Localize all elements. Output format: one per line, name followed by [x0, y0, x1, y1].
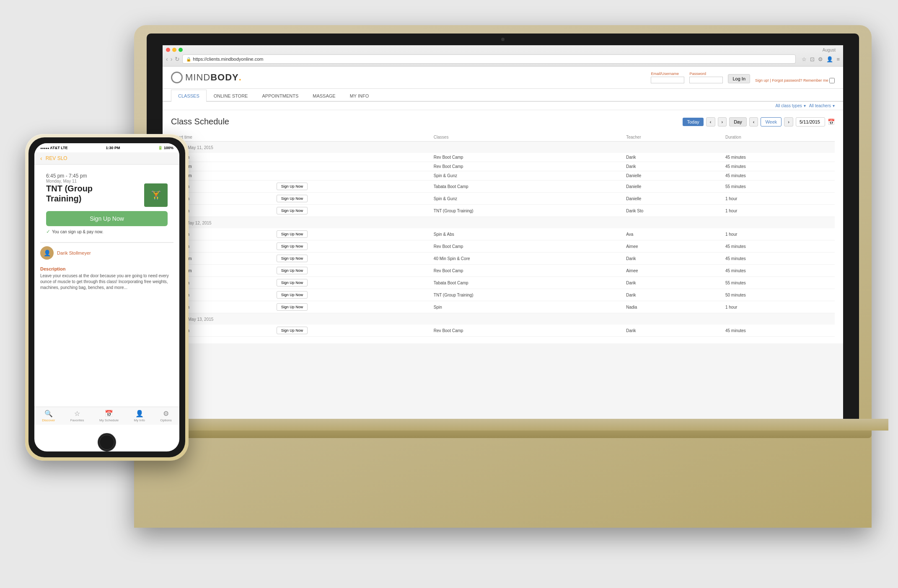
signup-cell: Sign Up Now: [273, 253, 430, 265]
browser-reload-button[interactable]: ↻: [175, 56, 180, 62]
remember-me-checkbox[interactable]: [829, 78, 835, 83]
week-prev-button[interactable]: ‹: [749, 117, 758, 126]
fullscreen-window-button[interactable]: [179, 48, 183, 52]
carrier-label: ●●●●● AT&T LTE: [40, 146, 67, 150]
signup-button[interactable]: Sign Up Now: [277, 303, 308, 311]
signup-cell: Sign Up Now: [273, 193, 430, 205]
logo-body: BODY: [210, 72, 239, 83]
account-icon[interactable]: 👤: [826, 56, 833, 62]
password-input[interactable]: [689, 77, 723, 83]
day-header-row: Mon May 11, 2015: [171, 142, 835, 153]
teacher-cell: Darik Sto: [623, 205, 722, 217]
week-button[interactable]: Week: [761, 117, 782, 126]
remember-me-label: Remember me: [803, 78, 828, 83]
signup-button[interactable]: Sign Up Now: [277, 291, 308, 299]
duration-cell: 45 minutes: [722, 253, 835, 265]
options-icon: ⚙: [163, 410, 169, 418]
signup-button[interactable]: Sign Up Now: [277, 242, 308, 250]
signup-button[interactable]: Sign Up Now: [277, 267, 308, 274]
nav-massage[interactable]: MASSAGE: [305, 90, 342, 102]
week-next-button[interactable]: ›: [784, 117, 793, 126]
duration-cell: 50 minutes: [722, 289, 835, 301]
table-row: 12:15 pm Rev Boot Camp Darik 45 minutes: [171, 162, 835, 171]
teacher-cell: Darik: [623, 153, 722, 162]
auth-area: Email/Username Password Log In: [651, 72, 835, 83]
signup-cell: [273, 171, 430, 181]
phone-class-day: Monday, May 11: [46, 179, 168, 183]
mindbody-logo: MINDBODY.: [171, 72, 242, 83]
tab-my-schedule[interactable]: 📅 My Schedule: [99, 410, 119, 422]
teacher-cell: Aimee: [623, 265, 722, 277]
tab-discover[interactable]: 🔍 Discover: [42, 410, 55, 422]
phone-signup-button[interactable]: Sign Up Now: [46, 211, 168, 226]
browser-forward-button[interactable]: ›: [171, 56, 173, 62]
close-window-button[interactable]: [166, 48, 170, 52]
teacher-cell: Danielle: [623, 171, 722, 181]
today-button[interactable]: Today: [683, 118, 703, 126]
date-input[interactable]: [796, 117, 825, 126]
nav-my-info[interactable]: MY INFO: [343, 90, 376, 102]
battery-label: 🔋 100%: [158, 146, 173, 150]
phone-class-time: 6:45 pm - 7:45 pm: [46, 173, 168, 179]
discover-icon: 🔍: [44, 410, 53, 418]
schedule-title: Class Schedule: [171, 117, 229, 126]
signup-button[interactable]: Sign Up Now: [277, 279, 308, 286]
day-button[interactable]: Day: [729, 117, 747, 126]
nav-appointments[interactable]: APPOINTMENTS: [255, 90, 305, 102]
phone-body: ●●●●● AT&T LTE 1:30 PM 🔋 100% ‹ REV SLO: [25, 134, 189, 461]
signup-button[interactable]: Sign Up Now: [277, 255, 308, 262]
menu-icon[interactable]: ≡: [836, 56, 840, 62]
login-button[interactable]: Log In: [728, 74, 750, 83]
prev-button[interactable]: ‹: [706, 117, 715, 126]
tab-favorites[interactable]: ☆ Favorites: [70, 410, 84, 422]
col-class-name: Classes: [430, 133, 623, 142]
signup-cell: Sign Up Now: [273, 265, 430, 277]
minimize-window-button[interactable]: [172, 48, 176, 52]
signup-button[interactable]: Sign Up Now: [277, 327, 308, 334]
calendar-icon[interactable]: 📅: [828, 119, 835, 125]
tab-options-label: Options: [160, 418, 172, 422]
url-text: https://clients.mindbodyonline.com: [193, 57, 263, 62]
browser-address-bar[interactable]: 🔒 https://clients.mindbodyonline.com: [182, 54, 796, 64]
duration-cell: 45 minutes: [722, 265, 835, 277]
tab-discover-label: Discover: [42, 418, 55, 422]
teacher-cell: Darik: [623, 325, 722, 337]
schedule-icon: 📅: [105, 410, 113, 418]
duration-cell: 55 minutes: [722, 277, 835, 289]
phone-back-button[interactable]: ‹: [40, 155, 42, 162]
settings-icon[interactable]: ⚙: [818, 56, 823, 62]
tab-options[interactable]: ⚙ Options: [160, 410, 172, 422]
class-name-cell: Rev Boot Camp: [430, 265, 623, 277]
schedule-table: Start time Classes Teacher Duration: [171, 133, 835, 337]
phone-home-button[interactable]: [98, 433, 116, 451]
password-field-group: Password: [689, 72, 723, 83]
signup-button[interactable]: Sign Up Now: [277, 207, 308, 214]
class-name-cell: Rev Boot Camp: [430, 162, 623, 171]
teacher-name[interactable]: Darik Stollmeyer: [57, 250, 91, 255]
email-input[interactable]: [651, 77, 684, 83]
bookmark-icon[interactable]: ☆: [802, 56, 807, 62]
duration-cell: 1 hour: [722, 193, 835, 205]
class-types-filter[interactable]: All class types ▾: [775, 103, 805, 108]
browser-back-button[interactable]: ‹: [166, 56, 168, 62]
class-name-cell: Tabata Boot Camp: [430, 181, 623, 193]
teachers-filter[interactable]: All teachers ▾: [809, 103, 835, 108]
teachers-chevron: ▾: [833, 103, 835, 108]
phone-nav-bar: ‹ REV SLO: [34, 152, 179, 165]
mindbody-header: MINDBODY. Email/Username Pass: [163, 67, 843, 89]
signup-button[interactable]: Sign Up Now: [277, 183, 308, 190]
phone-back-label[interactable]: REV SLO: [46, 155, 67, 161]
forgot-password-link[interactable]: Forgot password?: [772, 78, 802, 83]
signup-link[interactable]: Sign up!: [755, 78, 769, 83]
duration-cell: 45 minutes: [722, 153, 835, 162]
next-button[interactable]: ›: [718, 117, 727, 126]
tab-my-info[interactable]: 👤 My Info: [134, 410, 145, 422]
nav-classes[interactable]: CLASSES: [171, 90, 207, 102]
table-row: 4:30 pm Sign Up Now Tabata Boot Camp Dar…: [171, 277, 835, 289]
signup-button[interactable]: Sign Up Now: [277, 230, 308, 238]
monitor-icon[interactable]: ⊡: [810, 56, 815, 62]
table-row: 6:15 am Sign Up Now Rev Boot Camp Darik …: [171, 325, 835, 337]
nav-online-store[interactable]: ONLINE STORE: [207, 90, 255, 102]
signup-button[interactable]: Sign Up Now: [277, 195, 308, 202]
day-date: May 12, 2015: [186, 221, 212, 225]
